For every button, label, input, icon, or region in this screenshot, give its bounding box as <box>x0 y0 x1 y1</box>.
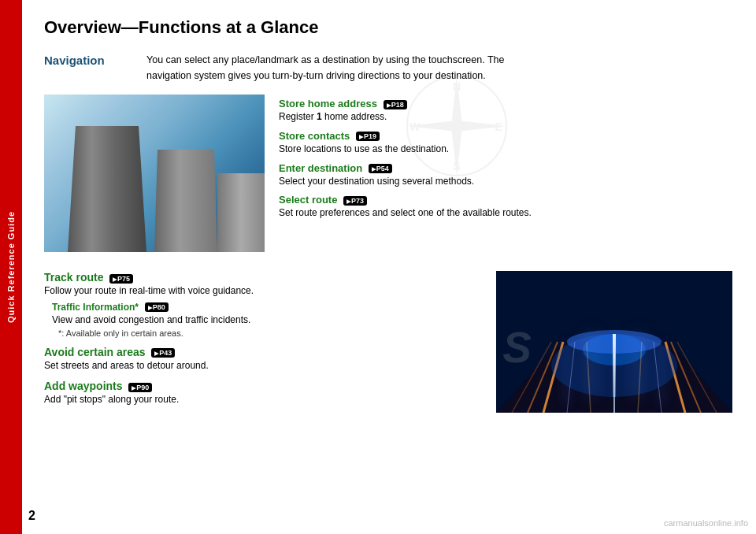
bottom-left: Track route P75 Follow your route in rea… <box>44 271 480 414</box>
top-content: Store home address P18 Register 1 home a… <box>44 95 732 252</box>
main-content: Overview—Functions at a Glance Navigatio… <box>22 0 756 534</box>
avoid-areas-desc: Set streets and areas to detour around. <box>44 359 480 373</box>
svg-point-11 <box>567 330 662 354</box>
feature-track-route: Track route P75 Follow your route in rea… <box>44 271 480 338</box>
sidebar-label: Quick Reference Guide <box>6 211 16 323</box>
bottom-content: Track route P75 Follow your route in rea… <box>44 271 732 414</box>
traffic-info-badge: P80 <box>145 302 169 312</box>
feature-store-home: Store home address P18 Register 1 home a… <box>279 98 732 124</box>
feature-badge-1: P18 <box>384 100 407 109</box>
page-number: 2 <box>28 509 35 523</box>
building-extra <box>217 173 265 252</box>
traffic-info-desc: View and avoid congestion and traffic in… <box>52 313 480 327</box>
navigation-label: Navigation <box>44 52 146 83</box>
feature-desc-4: Set route preferences and select one of … <box>279 206 732 220</box>
track-route-desc: Follow your route in real-time with voic… <box>44 284 480 298</box>
traffic-info-title: Traffic Information* <box>52 302 139 313</box>
feature-desc-2: Store locations to use as the destinatio… <box>279 143 732 156</box>
feature-desc-3: Select your destination using several me… <box>279 175 732 188</box>
feature-badge-4: P73 <box>343 196 367 206</box>
watermark: carmanualsonline.info <box>664 518 748 528</box>
avoid-areas-badge: P43 <box>151 348 175 358</box>
feature-title-2: Store contacts <box>279 130 350 142</box>
feature-badge-2: P19 <box>356 132 380 141</box>
asterisk-note: *: Available only in certain areas. <box>52 328 480 338</box>
road-image <box>496 271 732 413</box>
waypoints-desc: Add "pit stops" along your route. <box>44 393 480 406</box>
building-image <box>44 95 265 252</box>
feature-title-3: Enter destination <box>279 162 362 174</box>
sub-feature-traffic: Traffic Information* P80 View and avoid … <box>52 301 480 338</box>
navigation-section: Navigation You can select any place/land… <box>44 52 732 83</box>
feature-select-route: Select route P73 Set route preferences a… <box>279 194 732 220</box>
sidebar: Quick Reference Guide <box>0 0 22 534</box>
feature-title-1: Store home address <box>279 98 377 109</box>
feature-store-contacts: Store contacts P19 Store locations to us… <box>279 130 732 156</box>
feature-title-4: Select route <box>279 194 337 206</box>
avoid-areas-title: Avoid certain areas <box>44 346 146 358</box>
track-route-badge: P75 <box>109 274 133 284</box>
feature-desc-1: Register 1 home address. <box>279 110 732 124</box>
page-title: Overview—Functions at a Glance <box>44 17 732 38</box>
track-route-title: Track route <box>44 271 103 284</box>
navigation-description: You can select any place/landmark as a d… <box>146 52 524 83</box>
waypoints-title: Add waypoints <box>44 380 123 392</box>
feature-badge-3: P54 <box>369 164 392 173</box>
feature-add-waypoints: Add waypoints P90 Add "pit stops" along … <box>44 380 480 406</box>
features-list: Store home address P18 Register 1 home a… <box>279 95 732 252</box>
feature-enter-destination: Enter destination P54 Select your destin… <box>279 162 732 188</box>
road-svg <box>496 271 732 413</box>
feature-avoid-areas: Avoid certain areas P43 Set streets and … <box>44 346 480 373</box>
waypoints-badge: P90 <box>128 383 152 392</box>
